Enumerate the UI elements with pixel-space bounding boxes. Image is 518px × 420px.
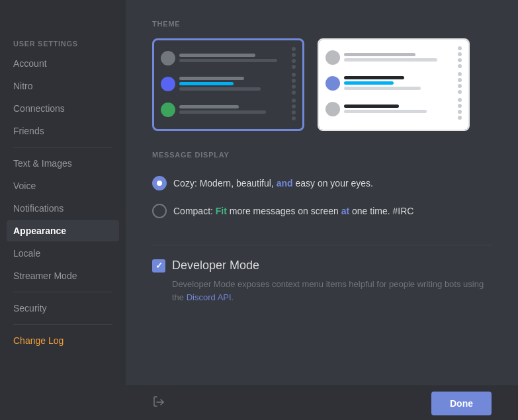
sidebar-item-locale[interactable]: Locale: [7, 243, 119, 264]
sidebar: USER SETTINGS Account Nitro Connections …: [0, 0, 126, 420]
sidebar-item-nitro[interactable]: Nitro: [7, 75, 119, 97]
mock-dot: [292, 116, 296, 120]
sidebar-item-changelog[interactable]: Change Log: [7, 330, 119, 351]
mock-avatar-2: [161, 77, 175, 91]
theme-light-card[interactable]: [318, 38, 470, 131]
mock-line: [179, 105, 239, 108]
cozy-radio[interactable]: [152, 176, 167, 190]
mock-row-l2: [325, 72, 462, 94]
sidebar-item-security[interactable]: Security: [7, 298, 119, 319]
message-display-section: MESSAGE DISPLAY Cozy: Modern, beautiful,…: [152, 151, 492, 225]
mock-dot: [458, 98, 462, 102]
mock-dot: [292, 47, 296, 51]
mock-lines-1: [179, 54, 288, 62]
mock-dot: [458, 116, 462, 120]
content-scroll: THEME: [126, 0, 518, 386]
mock-dot: [458, 90, 462, 94]
compact-highlight-at: at: [341, 206, 349, 216]
mock-avatar-l3: [325, 102, 340, 116]
logout-icon[interactable]: [152, 395, 165, 411]
sidebar-divider-1: [13, 147, 112, 147]
sidebar-divider-2: [13, 292, 112, 292]
mock-line: [344, 87, 421, 90]
sidebar-item-account[interactable]: Account: [7, 53, 119, 74]
mock-row-3: [161, 99, 296, 120]
mock-line: [179, 110, 266, 114]
mock-dot: [458, 84, 462, 88]
developer-mode-row: Developer Mode: [152, 259, 492, 273]
mock-dot: [458, 104, 462, 108]
mock-line: [179, 54, 255, 57]
theme-options: [152, 38, 492, 131]
mock-dot: [292, 79, 296, 83]
mock-dot: [292, 53, 296, 57]
developer-mode-section: Developer Mode Developer Mode exposes co…: [152, 259, 492, 304]
mock-row-l3: [325, 98, 462, 120]
mock-line: [179, 82, 234, 85]
mock-line: [344, 76, 404, 79]
compact-radio[interactable]: [152, 204, 167, 218]
developer-mode-checkbox[interactable]: [152, 259, 165, 273]
compact-highlight-fit: Fit: [216, 206, 227, 216]
mock-dot: [292, 110, 296, 114]
sidebar-divider-3: [13, 324, 112, 325]
mock-lines-l2: [344, 76, 454, 90]
mock-dot: [458, 64, 462, 68]
mock-lines-l1: [344, 53, 454, 62]
light-mock-ui: [319, 40, 468, 130]
theme-dark-card[interactable]: [152, 38, 304, 131]
dark-mock-ui: [154, 40, 302, 129]
mock-dot: [458, 52, 462, 56]
sidebar-item-connections[interactable]: Connections: [7, 98, 119, 119]
developer-mode-desc: Developer Mode exposes context menu item…: [152, 278, 492, 304]
message-display-label: MESSAGE DISPLAY: [152, 151, 492, 159]
mock-dot: [458, 58, 462, 62]
sidebar-item-friends[interactable]: Friends: [7, 120, 119, 142]
mock-line: [344, 105, 399, 108]
theme-section: THEME: [152, 20, 492, 131]
section-divider: [152, 245, 492, 245]
dev-mode-desc-end: .: [232, 292, 234, 302]
mock-lines-3: [179, 105, 288, 114]
mock-line: [179, 59, 277, 62]
mock-row-1: [161, 47, 296, 69]
mock-dot: [292, 85, 296, 89]
footer: Done: [126, 386, 518, 420]
sidebar-item-notifications[interactable]: Notifications: [7, 198, 119, 219]
mock-line: [179, 77, 244, 80]
done-button[interactable]: Done: [431, 392, 492, 415]
mock-dot: [458, 46, 462, 50]
sidebar-item-appearance[interactable]: Appearance: [7, 220, 119, 241]
mock-dot: [292, 99, 296, 103]
mock-line: [344, 81, 394, 85]
main-content: THEME: [126, 0, 518, 420]
mock-line: [344, 110, 427, 113]
mock-row-l1: [325, 46, 462, 68]
sidebar-item-streamer-mode[interactable]: Streamer Mode: [7, 265, 119, 286]
compact-label: Compact: Fit more messages on screen at …: [173, 206, 413, 216]
mock-lines-2: [179, 77, 288, 91]
mock-dots-2: [292, 73, 296, 95]
mock-avatar-1: [161, 51, 175, 65]
cozy-label: Cozy: Modern, beautiful, and easy on you…: [173, 178, 373, 189]
mock-lines-l3: [344, 105, 454, 113]
mock-row-2: [161, 73, 296, 95]
mock-dot: [458, 78, 462, 82]
discord-api-link[interactable]: Discord API: [187, 292, 232, 302]
mock-dots-l3: [458, 98, 462, 120]
compact-option[interactable]: Compact: Fit more messages on screen at …: [152, 197, 492, 225]
mock-dots-l1: [458, 46, 462, 68]
mock-line: [344, 58, 437, 62]
mock-dots-l2: [458, 72, 462, 94]
theme-label: THEME: [152, 20, 492, 28]
mock-dot: [292, 91, 296, 95]
mock-line: [344, 53, 415, 56]
mock-avatar-l1: [325, 50, 340, 65]
cozy-highlight-and: and: [277, 178, 293, 189]
cozy-option[interactable]: Cozy: Modern, beautiful, and easy on you…: [152, 169, 492, 197]
sidebar-item-voice[interactable]: Voice: [7, 175, 119, 196]
mock-dots-3: [292, 99, 296, 120]
mock-dot: [292, 65, 296, 69]
sidebar-item-text-images[interactable]: Text & Images: [7, 153, 119, 174]
mock-avatar-l2: [325, 76, 340, 91]
